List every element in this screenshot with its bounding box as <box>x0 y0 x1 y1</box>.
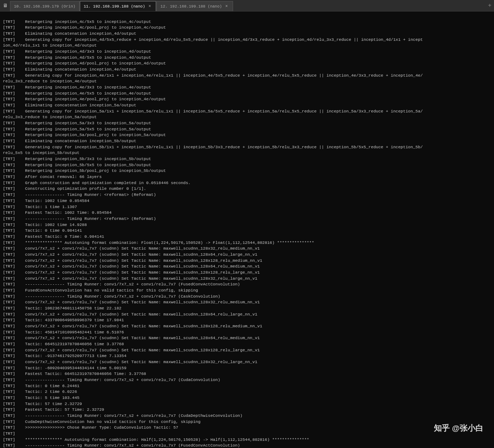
tab-tab2[interactable]: 11. 192.168.199.188 (nano)× <box>80 1 156 11</box>
terminal-line: [TRT] Generating copy for inception_4e/1… <box>3 73 491 79</box>
terminal-line: [TRT] Eliminating concatenation inceptio… <box>3 102 491 109</box>
terminal-line: [TRT] Tactic: 1002 time 0.854584 <box>3 198 491 204</box>
terminal-line: [TRT] Tactic: -6092040395344634144 time … <box>3 365 491 371</box>
terminal-line: [TRT] Retargeting inception_4c/pool_proj… <box>3 25 491 31</box>
app-icon: 🖥 <box>2 3 9 9</box>
terminal-line: [TRT] Generating copy for inception_5a/1… <box>3 109 491 115</box>
terminal-line: [TRT] Constructing optimization profile … <box>3 186 491 192</box>
terminal-line: relu_3x3_reduce to inception_4e/output <box>3 78 491 85</box>
terminal-body: [TRT] Retargeting inception_4c/5x5 to in… <box>0 11 494 448</box>
terminal-line: [TRT] Graph construction and optimizatio… <box>3 180 491 186</box>
terminal-line: [TRT] Retargeting inception_4d/3x3 to in… <box>3 49 491 55</box>
terminal-line: [TRT] conv1/7x7_s2 + conv1/relu_7x7 (scu… <box>3 299 491 305</box>
terminal-line: [TRT] >>>>>>>>>>>>>>>> Chose Runner Type… <box>3 425 491 431</box>
tabs-container: 10. 192.168.199.179 (Orin)11. 192.168.19… <box>10 0 484 11</box>
terminal-line: [TRT] Eliminating concatenation inceptio… <box>3 138 491 144</box>
terminal-line: [TRT] conv1/7x7_s2 + conv1/relu_7x7 (scu… <box>3 347 491 353</box>
add-tab-button[interactable]: + <box>485 1 494 10</box>
terminal-line: [TRT] Retargeting inception_5b/pool_proj… <box>3 168 491 174</box>
terminal-line: [TRT] conv1/7x7_s2 + conv1/relu_7x7 (scu… <box>3 276 491 282</box>
terminal-line: [TRT] ---------------- Timing Runner: <r… <box>3 216 491 222</box>
title-bar-left: 🖥 <box>0 3 9 9</box>
tab-label: 10. 192.168.199.179 (Orin) <box>14 4 76 9</box>
terminal-line: [TRT] Fastest Tactic: 1002 Time: 0.85458… <box>3 210 491 216</box>
tab-tab3[interactable]: 12. 192.168.199.188 (nano)× <box>156 1 233 11</box>
terminal-line: [TRT] <box>3 431 491 437</box>
terminal-line: [TRT] ---------------- Timing Runner: co… <box>3 443 491 448</box>
terminal-line: [TRT] conv1/7x7_s2 + conv1/relu_7x7 (scu… <box>3 335 491 341</box>
terminal-line: [TRT] conv1/7x7_s2 + conv1/relu_7x7 (scu… <box>3 312 491 318</box>
terminal-line: [TRT] Retargeting inception_4c/5x5 to in… <box>3 19 491 25</box>
terminal-line: [TRT] Retargeting inception_4d/5x5 to in… <box>3 55 491 61</box>
terminal-line: [TRT] conv1/7x7_s2 + conv1/relu_7x7 (scu… <box>3 359 491 365</box>
terminal-line: [TRT] Retargeting inception_5a/3x3 to in… <box>3 120 491 126</box>
terminal-line: [TRT] ---------------- Timing Runner: co… <box>3 377 491 383</box>
terminal-line: [TRT] Retargeting inception_5a/pool_proj… <box>3 132 491 138</box>
terminal-line: [TRT] Eliminating concatenation inceptio… <box>3 67 491 73</box>
terminal-line: [TRT] Generating copy for inception_5b/1… <box>3 144 491 150</box>
terminal-line: [TRT] Tactic: 0 time 6.24461 <box>3 383 491 389</box>
terminal-line: [TRT] Generating copy for inception_4d/5… <box>3 37 491 43</box>
terminal-line: relu_5x5 to inception_5b/output <box>3 150 491 156</box>
terminal-line: [TRT] Tactic: 1062367460111450758 time 2… <box>3 305 491 312</box>
terminal-line: relu_3x3_reduce to inception_5a/output <box>3 114 491 120</box>
terminal-line: [TRT] conv1/7x7_s2 + conv1/relu_7x7 (scu… <box>3 246 491 252</box>
terminal-line: [TRT] After concat removal: 66 layers <box>3 174 491 180</box>
terminal-line: [TRT] conv1/7x7_s2 + conv1/relu_7x7 (scu… <box>3 258 491 264</box>
terminal-line: [TRT] Tactic: 0 time 0.984141 <box>3 228 491 234</box>
terminal-line: [TRT] FusedConvActConvolution has no val… <box>3 288 491 294</box>
terminal-line: [TRT] Tactic: 1 time 1.1307 <box>3 204 491 210</box>
tab-close-button[interactable]: × <box>147 4 152 9</box>
tab-close-button[interactable]: × <box>224 4 229 9</box>
terminal-line: [TRT] Tactic: 2 time 6.0226 <box>3 389 491 395</box>
terminal-line: [TRT] Tactic: 6645123197870846056 time 3… <box>3 341 491 347</box>
terminal-line: [TRT] Eliminating concatenation inceptio… <box>3 31 491 37</box>
terminal-line: [TRT] Retargeting inception_4d/pool_proj… <box>3 61 491 67</box>
terminal-line: [TRT] Tactic: 1002 time 14.9288 <box>3 222 491 228</box>
terminal-line: [TRT] Tactic: 4501471010995462441 time 6… <box>3 329 491 336</box>
terminal-line: ion_4d/relu_1x1 to inception_4d/output <box>3 43 491 49</box>
terminal-line: [TRT] Retargeting inception_5b/3x3 to in… <box>3 156 491 162</box>
terminal-line: [TRT] Fastest Tactic: 664512319787084605… <box>3 371 491 377</box>
terminal-line: [TRT] Fastest Tactic: 0 Time: 0.984141 <box>3 234 491 240</box>
terminal-line: [TRT] ---------------- Timing Runner: co… <box>3 281 491 288</box>
terminal-line: [TRT] Retargeting inception_4e/pool_proj… <box>3 96 491 102</box>
terminal-line: [TRT] Tactic: 5 time 103.445 <box>3 395 491 401</box>
terminal-line: [TRT] conv1/7x7_s2 + conv1/relu_7x7 (scu… <box>3 270 491 276</box>
terminal-line: [TRT] ---------------- Timing Runner: co… <box>3 413 491 419</box>
terminal-line: [TRT] Fastest Tactic: 57 Time: 2.32729 <box>3 407 491 413</box>
tab-label: 12. 192.168.199.188 (nano) <box>160 4 222 9</box>
terminal-line: [TRT] Tactic: 57 time 2.32729 <box>3 401 491 407</box>
terminal-line: [TRT] ---------------- Timing Runner: <r… <box>3 192 491 198</box>
terminal-line: [TRT] Retargeting inception_4e/3x3 to in… <box>3 85 491 91</box>
terminal-line: [TRT] CudaDepthwiseConvolution has no va… <box>3 419 491 425</box>
terminal-line: [TRT] *************** Autotuning format … <box>3 240 491 246</box>
terminal-line: [TRT] *************** Autotuning format … <box>3 437 491 443</box>
terminal-line: [TRT] Retargeting inception_4e/5x5 to in… <box>3 91 491 97</box>
terminal-line: [TRT] conv1/7x7_s2 + conv1/relu_7x7 (scu… <box>3 252 491 258</box>
terminal-line: [TRT] Retargeting inception_5b/5x5 to in… <box>3 162 491 168</box>
title-bar: 🖥 10. 192.168.199.179 (Orin)11. 192.168.… <box>0 0 494 11</box>
tab-label: 11. 192.168.199.188 (nano) <box>84 4 145 9</box>
terminal-line: [TRT] ---------------- Timing Runner: co… <box>3 294 491 300</box>
terminal-line: [TRT] conv1/7x7_s2 + conv1/relu_7x7 (scu… <box>3 323 491 329</box>
terminal-line: [TRT] conv1/7x7_s2 + conv1/relu_7x7 (scu… <box>3 264 491 270</box>
terminal-line: [TRT] Tactic: -9137461792520977713 time … <box>3 353 491 359</box>
terminal-line: [TRT] Tactic: 4337000649858996379 time 1… <box>3 317 491 323</box>
tab-tab1[interactable]: 10. 192.168.199.179 (Orin) <box>10 1 79 11</box>
terminal-line: [TRT] Retargeting inception_5a/5x5 to in… <box>3 126 491 133</box>
